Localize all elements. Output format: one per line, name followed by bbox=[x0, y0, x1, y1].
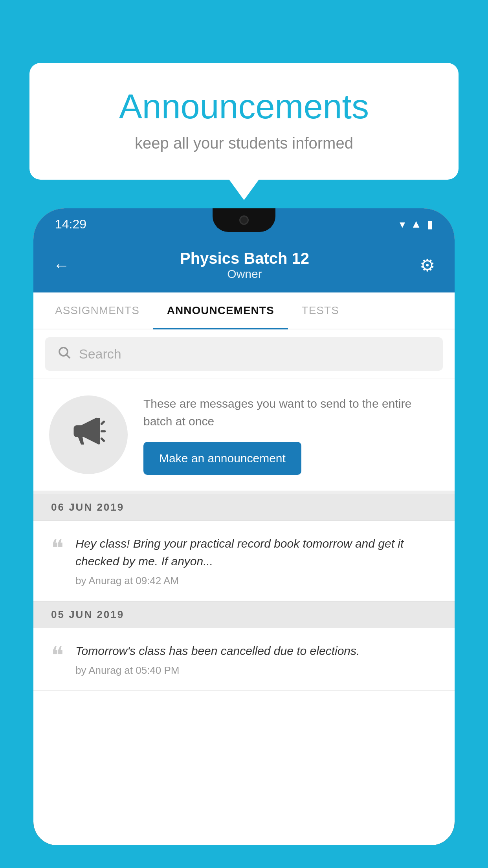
make-announcement-button[interactable]: Make an announcement bbox=[143, 442, 301, 475]
speech-bubble-title: Announcements bbox=[61, 86, 427, 127]
tab-tests[interactable]: TESTS bbox=[288, 292, 353, 329]
settings-icon[interactable]: ⚙ bbox=[420, 255, 435, 275]
announcement-message-2: Tomorrow's class has been cancelled due … bbox=[75, 642, 437, 660]
status-time: 14:29 bbox=[55, 217, 86, 232]
tab-announcements[interactable]: ANNOUNCEMENTS bbox=[153, 292, 288, 329]
phone-inner: 14:29 ▾ ▲ ▮ ← Physics Batch 12 Owner ⚙ bbox=[33, 208, 455, 845]
batch-title: Physics Batch 12 bbox=[180, 250, 309, 267]
search-bar[interactable]: Search bbox=[45, 337, 443, 371]
app-header: ← Physics Batch 12 Owner ⚙ bbox=[33, 240, 455, 292]
announcement-item-2: ❝ Tomorrow's class has been cancelled du… bbox=[33, 628, 455, 691]
announcement-message-1: Hey class! Bring your practical record b… bbox=[75, 535, 437, 570]
phone-frame: 14:29 ▾ ▲ ▮ ← Physics Batch 12 Owner ⚙ bbox=[33, 208, 455, 845]
megaphone-icon bbox=[71, 414, 106, 456]
tabs-container: ASSIGNMENTS ANNOUNCEMENTS TESTS bbox=[33, 292, 455, 329]
signal-icon: ▲ bbox=[411, 218, 422, 230]
announcement-promo: These are messages you want to send to t… bbox=[33, 379, 455, 494]
status-icons: ▾ ▲ ▮ bbox=[400, 218, 433, 231]
promo-right: These are messages you want to send to t… bbox=[143, 395, 439, 475]
status-bar: 14:29 ▾ ▲ ▮ bbox=[33, 208, 455, 240]
phone-container: 14:29 ▾ ▲ ▮ ← Physics Batch 12 Owner ⚙ bbox=[33, 208, 455, 868]
search-bar-container: Search bbox=[33, 329, 455, 379]
back-button[interactable]: ← bbox=[53, 256, 70, 275]
quote-icon-2: ❝ bbox=[51, 644, 64, 668]
svg-line-1 bbox=[67, 355, 70, 358]
speech-bubble-subtitle: keep all your students informed bbox=[61, 134, 427, 152]
svg-point-0 bbox=[59, 348, 68, 356]
announcement-meta-1: by Anurag at 09:42 AM bbox=[75, 575, 437, 587]
date-separator-2: 05 JUN 2019 bbox=[33, 601, 455, 628]
promo-description: These are messages you want to send to t… bbox=[143, 395, 439, 430]
announcement-meta-2: by Anurag at 05:40 PM bbox=[75, 664, 437, 677]
header-role: Owner bbox=[180, 267, 309, 281]
phone-content: Search These are messages bbox=[33, 329, 455, 691]
announcement-item-1: ❝ Hey class! Bring your practical record… bbox=[33, 521, 455, 601]
quote-icon-1: ❝ bbox=[51, 537, 64, 560]
search-icon bbox=[57, 345, 71, 363]
wifi-icon: ▾ bbox=[400, 218, 405, 231]
search-placeholder: Search bbox=[79, 346, 121, 362]
camera bbox=[239, 215, 249, 225]
header-center: Physics Batch 12 Owner bbox=[180, 250, 309, 281]
battery-icon: ▮ bbox=[427, 218, 433, 231]
notch bbox=[213, 208, 275, 232]
promo-icon-circle bbox=[49, 395, 128, 474]
speech-bubble: Announcements keep all your students inf… bbox=[29, 63, 459, 180]
speech-bubble-container: Announcements keep all your students inf… bbox=[29, 63, 459, 180]
announcement-text-block-1: Hey class! Bring your practical record b… bbox=[75, 535, 437, 587]
date-separator-1: 06 JUN 2019 bbox=[33, 494, 455, 521]
announcement-text-block-2: Tomorrow's class has been cancelled due … bbox=[75, 642, 437, 677]
tab-assignments[interactable]: ASSIGNMENTS bbox=[41, 292, 153, 329]
